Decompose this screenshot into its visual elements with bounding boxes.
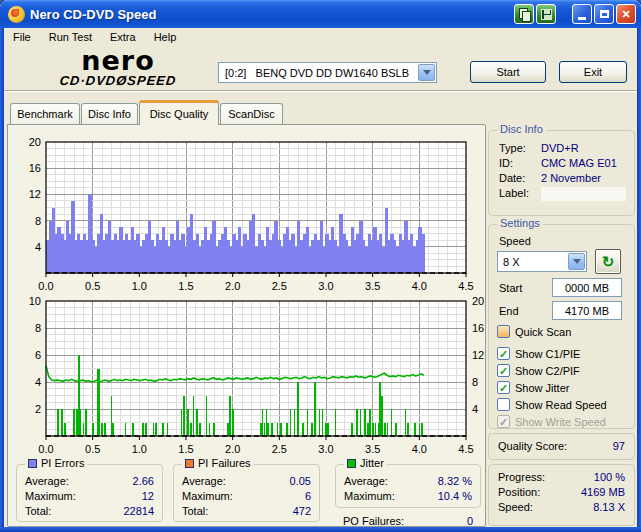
checkbox-show-read-speed[interactable]: Show Read Speed <box>497 398 607 411</box>
progress-row: Progress:100 % <box>489 470 634 485</box>
checkbox-icon: ✓ <box>497 325 510 338</box>
pi-errors-title: PI Errors <box>41 457 84 469</box>
jitter-legend-icon <box>347 459 356 468</box>
svg-text:2.5: 2.5 <box>272 443 287 455</box>
minimize-button[interactable] <box>572 4 592 24</box>
tab-disc-info[interactable]: Disc Info <box>81 103 138 124</box>
speed-select[interactable]: 8 X <box>497 251 587 272</box>
window-border-left <box>0 28 4 527</box>
disc-info-group: Disc Info Type:DVD+R ID:CMC MAG E01 Date… <box>488 130 635 216</box>
maximize-button[interactable] <box>594 4 614 24</box>
tab-benchmark[interactable]: Benchmark <box>10 103 80 124</box>
start-position-label: Start <box>499 282 522 294</box>
svg-text:3.0: 3.0 <box>318 443 333 455</box>
quality-score-value: 97 <box>613 440 625 452</box>
progress-group: Progress:100 % Position:4169 MB Speed:8.… <box>488 464 635 526</box>
drive-select-value: [0:2] BENQ DVD DD DW1640 BSLB <box>219 67 418 79</box>
pi-failures-title: PI Failures <box>198 457 251 469</box>
checkbox-show-write-speed[interactable]: ✓Show Write Speed <box>497 415 606 428</box>
quality-score-row: Quality Score: 97 <box>489 434 634 452</box>
refresh-speed-button[interactable]: ↻ <box>595 249 621 274</box>
svg-text:1.0: 1.0 <box>132 280 147 292</box>
nero-logo: nero CD·DVDØSPEED <box>28 48 208 88</box>
copy-icon <box>519 8 530 20</box>
pi-errors-total-row: Total:22814 <box>17 503 162 518</box>
speed-select-value: 8 X <box>498 256 568 268</box>
pi-errors-legend-icon <box>28 459 37 468</box>
pi-failures-average-row: Average:0.05 <box>174 473 319 488</box>
svg-text:4: 4 <box>35 241 41 253</box>
pi-failures-legend-icon <box>185 459 194 468</box>
svg-text:20: 20 <box>472 295 484 307</box>
cdvdspeed-logo-text: CD·DVDØSPEED <box>27 73 209 88</box>
jitter-stats-group: Jitter Average:8.32 % Maximum:10.4 % <box>335 464 481 508</box>
app-window: Nero CD-DVD Speed ✕ File Run Test Extra … <box>0 0 641 532</box>
end-position-field[interactable]: 4170 MB <box>552 301 622 320</box>
tab-scandisc[interactable]: ScanDisc <box>220 103 283 124</box>
po-failures-row: PO Failures:0 <box>335 513 481 528</box>
svg-text:3.0: 3.0 <box>318 280 333 292</box>
speed-select-arrow-button[interactable] <box>568 253 585 270</box>
svg-text:3.5: 3.5 <box>365 443 380 455</box>
svg-text:0.5: 0.5 <box>85 443 100 455</box>
app-icon <box>8 6 25 23</box>
pi-failures-jitter-chart: 108642201612840.00.51.01.52.02.53.03.54.… <box>8 295 487 459</box>
svg-text:12: 12 <box>472 349 484 361</box>
menu-extra[interactable]: Extra <box>101 29 145 45</box>
start-position-field[interactable]: 0000 MB <box>552 278 622 297</box>
pi-failures-stats-group: PI Failures Average:0.05 Maximum:6 Total… <box>173 464 320 522</box>
quality-score-label: Quality Score: <box>498 440 567 452</box>
svg-text:1.5: 1.5 <box>178 443 193 455</box>
refresh-icon: ↻ <box>602 253 615 271</box>
svg-text:4.5: 4.5 <box>458 280 473 292</box>
menu-file[interactable]: File <box>4 29 40 45</box>
pi-failures-total-row: Total:472 <box>174 503 319 518</box>
svg-text:10: 10 <box>29 295 41 307</box>
svg-text:20: 20 <box>29 136 41 148</box>
drive-select[interactable]: [0:2] BENQ DVD DD DW1640 BSLB <box>218 62 437 83</box>
title-bar[interactable]: Nero CD-DVD Speed ✕ <box>0 0 641 28</box>
svg-text:8: 8 <box>35 322 41 334</box>
checkbox-icon: ✓ <box>497 415 510 428</box>
checkbox-show-c1-pie[interactable]: ✓Show C1/PIE <box>497 347 580 360</box>
svg-text:3.5: 3.5 <box>365 280 380 292</box>
svg-text:2.0: 2.0 <box>225 280 240 292</box>
tab-disc-quality[interactable]: Disc Quality <box>139 100 219 125</box>
svg-text:16: 16 <box>472 322 484 334</box>
save-icon <box>541 9 552 20</box>
save-button[interactable] <box>536 4 556 24</box>
header: nero CD·DVDØSPEED [0:2] BENQ DVD DD DW16… <box>4 47 637 90</box>
jitter-title: Jitter <box>360 457 384 469</box>
copy-to-clipboard-button[interactable] <box>514 4 534 24</box>
checkbox-icon <box>497 398 510 411</box>
pi-errors-maximum-row: Maximum:12 <box>17 488 162 503</box>
svg-text:12: 12 <box>29 188 41 200</box>
minimize-icon <box>578 17 586 20</box>
svg-text:2: 2 <box>35 403 41 415</box>
chevron-down-icon <box>423 70 431 75</box>
pi-errors-chart: 201612840.00.51.01.52.02.53.03.54.04.5 <box>8 135 487 295</box>
disc-label-row: Label: <box>489 186 634 203</box>
start-button[interactable]: Start <box>470 61 546 83</box>
svg-text:8: 8 <box>35 215 41 227</box>
svg-text:16: 16 <box>29 162 41 174</box>
quality-score-group: Quality Score: 97 <box>488 433 635 460</box>
checkbox-show-jitter[interactable]: ✓Show Jitter <box>497 381 569 394</box>
drive-select-arrow-button[interactable] <box>418 64 435 81</box>
svg-text:2.5: 2.5 <box>272 280 287 292</box>
pi-errors-stats-group: PI Errors Average:2.66 Maximum:12 Total:… <box>16 464 163 522</box>
svg-text:4.5: 4.5 <box>458 443 473 455</box>
menu-help[interactable]: Help <box>145 29 186 45</box>
exit-button[interactable]: Exit <box>559 61 627 83</box>
svg-text:1.5: 1.5 <box>178 280 193 292</box>
header-separator <box>4 90 637 92</box>
svg-text:4.0: 4.0 <box>412 443 427 455</box>
close-button[interactable]: ✕ <box>616 4 636 24</box>
position-row: Position:4169 MB <box>489 485 634 500</box>
menu-run-test[interactable]: Run Test <box>40 29 101 45</box>
chevron-down-icon <box>573 259 581 264</box>
checkbox-quick-scan[interactable]: ✓Quick Scan <box>497 325 571 338</box>
svg-text:4.0: 4.0 <box>412 280 427 292</box>
checkbox-icon: ✓ <box>497 347 510 360</box>
checkbox-show-c2-pif[interactable]: ✓Show C2/PIF <box>497 364 580 377</box>
